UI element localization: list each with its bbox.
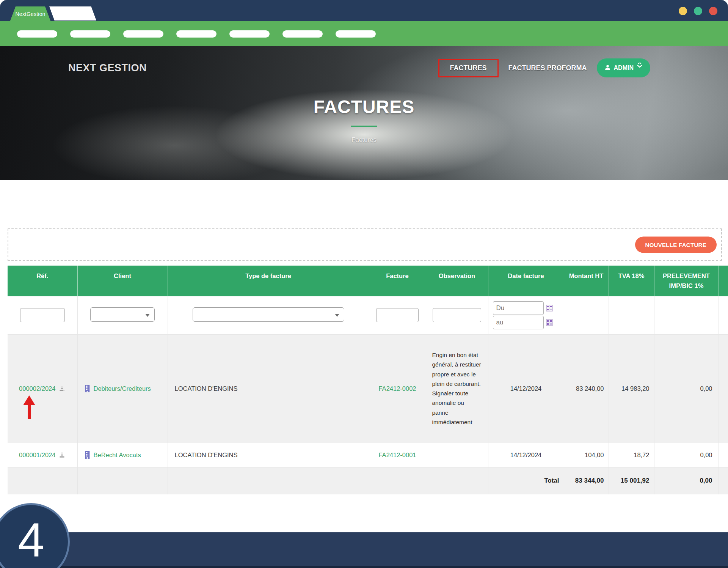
download-icon[interactable]: [58, 452, 66, 458]
filter-ref-input[interactable]: [20, 308, 65, 322]
total-label: Total: [488, 467, 564, 494]
invoice-row: 000002/2024 Debiteurs/: [8, 334, 728, 443]
breadcrumb: Factures: [0, 136, 728, 144]
tva-cell: 18,72: [609, 443, 654, 467]
annotation-arrow-up: [23, 395, 36, 420]
total-montant-ht: 83 344,00: [564, 467, 609, 494]
table-filter-row: [8, 296, 728, 334]
col-header-type[interactable]: Type de facture: [168, 266, 369, 296]
table-header-row: Réf. Client Type de facture Facture Obse…: [8, 266, 728, 296]
col-header-observation[interactable]: Observation: [426, 266, 488, 296]
client-link[interactable]: Debiteurs/Crediteurs: [94, 385, 151, 392]
total-prelevement: 0,00: [654, 467, 719, 494]
montant-ht-cell: 83 240,00: [564, 334, 609, 443]
download-icon[interactable]: [58, 385, 66, 392]
building-icon: [85, 451, 91, 459]
filter-type-select[interactable]: [193, 307, 344, 322]
invoice-row: 000001/2024 BeRecht Av: [8, 443, 728, 467]
client-link[interactable]: BeRecht Avocats: [94, 452, 141, 459]
hero-menu: FACTURES FACTURES PROFORMA ADMIN: [438, 58, 650, 77]
close-dot-icon[interactable]: [709, 7, 717, 15]
nav-factures-proforma[interactable]: FACTURES PROFORMA: [508, 64, 587, 72]
minimize-dot-icon[interactable]: [679, 7, 687, 15]
filter-date-from-input[interactable]: [493, 301, 544, 315]
browser-tab-blank[interactable]: [49, 6, 96, 20]
tva-cell: 14 983,20: [609, 334, 654, 443]
col-header-ref[interactable]: Réf.: [8, 266, 77, 296]
invoices-table: Réf. Client Type de facture Facture Obse…: [8, 266, 728, 494]
observation-text: [431, 450, 483, 460]
step-number: 4: [18, 516, 44, 564]
montant-ht-cell: 104,00: [564, 443, 609, 467]
invoice-type-cell: LOCATION D'ENGINS: [168, 443, 369, 467]
invoice-type-cell: LOCATION D'ENGINS: [168, 334, 369, 443]
invoice-date-cell: 14/12/2024: [488, 334, 564, 443]
nav-pill[interactable]: [336, 30, 376, 38]
invoice-ref-link[interactable]: 000002/2024: [19, 385, 55, 392]
footer-band: [0, 532, 728, 568]
chevron-down-icon: [637, 63, 643, 69]
nav-pill[interactable]: [17, 30, 57, 38]
calendar-icon[interactable]: [546, 319, 553, 326]
invoice-date-cell: 14/12/2024: [488, 443, 564, 467]
total-tva: 15 001,92: [609, 467, 654, 494]
nav-pill[interactable]: [123, 30, 163, 38]
admin-label: ADMIN: [614, 65, 634, 71]
calendar-icon[interactable]: [546, 305, 553, 312]
table-toolbar: NOUVELLE FACTURE: [8, 228, 722, 261]
admin-menu-button[interactable]: ADMIN: [597, 58, 650, 77]
user-icon: [604, 64, 611, 72]
nav-pill[interactable]: [282, 30, 323, 38]
prelevement-cell: 0,00: [654, 334, 719, 443]
prelevement-cell: 0,00: [654, 443, 719, 467]
title-underline: [351, 126, 377, 127]
app-window: NextGestion NEXT GESTION FACTURES FACTUR…: [0, 0, 728, 568]
hero-banner: NEXT GESTION FACTURES FACTURES PROFORMA …: [0, 46, 728, 180]
filter-facture-input[interactable]: [376, 308, 419, 322]
table-total-row: Total 83 344,00 15 001,92 0,00: [8, 467, 728, 494]
new-invoice-button[interactable]: NOUVELLE FACTURE: [635, 237, 717, 253]
nav-pill[interactable]: [70, 30, 110, 38]
window-controls: [679, 7, 717, 15]
invoice-number-link[interactable]: FA2412-0001: [378, 452, 416, 458]
invoice-number-link[interactable]: FA2412-0002: [378, 385, 416, 392]
filter-observation-input[interactable]: [433, 308, 481, 322]
top-nav-strip: [0, 21, 728, 46]
browser-tab-active[interactable]: NextGestion: [10, 6, 51, 22]
nav-pill[interactable]: [229, 30, 270, 38]
col-header-date[interactable]: Date facture: [488, 266, 564, 296]
observation-text: Engin en bon état général, à restituer p…: [431, 345, 483, 432]
col-header-client[interactable]: Client: [77, 266, 168, 296]
invoice-ref-link[interactable]: 000001/2024: [19, 452, 55, 459]
browser-tab-title: NextGestion: [15, 11, 45, 17]
building-icon: [85, 385, 91, 392]
nav-pill[interactable]: [176, 30, 217, 38]
filter-date-to-input[interactable]: [493, 316, 544, 329]
col-header-facture[interactable]: Facture: [369, 266, 426, 296]
col-header-tva[interactable]: TVA 18%: [609, 266, 654, 296]
col-header-prelevement[interactable]: PRELEVEMENT IMP/BIC 1%: [654, 266, 719, 296]
window-titlebar: NextGestion: [0, 0, 728, 21]
col-header-montant[interactable]: Montant HT: [564, 266, 609, 296]
brand-title: NEXT GESTION: [68, 62, 147, 74]
filter-client-select[interactable]: [90, 307, 155, 322]
page-title: FACTURES: [0, 96, 728, 117]
col-header-clipped: [719, 266, 728, 296]
invoices-table-container: Réf. Client Type de facture Facture Obse…: [8, 266, 728, 494]
nav-factures[interactable]: FACTURES: [438, 59, 499, 77]
maximize-dot-icon[interactable]: [694, 7, 702, 15]
step-number-badge: 4: [0, 503, 70, 568]
